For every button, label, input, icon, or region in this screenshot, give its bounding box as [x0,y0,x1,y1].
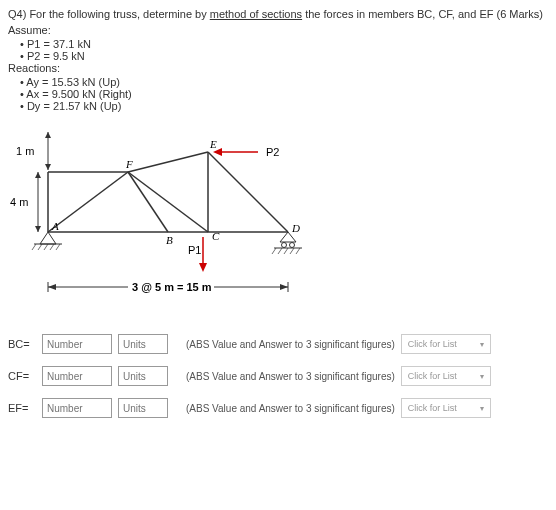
question-method: method of sections [210,8,302,20]
question-suffix: the forces in members BC, CF, and EF (6 … [302,8,543,20]
dim-1m: 1 m [16,145,34,157]
reaction-dy: Dy = 21.57 kN (Up) [20,100,548,112]
svg-line-23 [44,244,48,250]
assume-label: Assume: [8,24,548,36]
assumption-p2: P2 = 9.5 kN [20,50,548,62]
reactions-list: Ay = 15.53 kN (Up) Ax = 9.500 kN (Right)… [8,76,548,112]
svg-line-21 [32,244,36,250]
svg-marker-5 [35,226,41,232]
svg-marker-18 [199,263,207,272]
p2-label: P2 [266,146,279,158]
answer-row-ef: EF= (ABS Value and Answer to 3 significa… [8,398,548,418]
svg-marker-2 [45,164,51,170]
question-text: Q4) For the following truss, determine b… [8,8,548,20]
svg-line-32 [284,248,288,254]
cf-units-input[interactable] [118,366,168,386]
p1-label: P1 [188,244,201,256]
node-e: E [209,138,217,150]
cf-dropdown[interactable]: Click for List ▾ [401,366,491,386]
bc-number-input[interactable] [42,334,112,354]
ef-units-input[interactable] [118,398,168,418]
svg-line-34 [296,248,300,254]
node-d: D [291,222,300,234]
node-b: B [166,234,173,246]
svg-line-8 [128,152,208,172]
assumption-p1: P1 = 37.1 kN [20,38,548,50]
caret-icon: ▾ [480,340,484,349]
node-f: F [125,158,133,170]
svg-marker-38 [48,284,56,290]
bc-hint: (ABS Value and Answer to 3 significant f… [186,339,395,350]
svg-line-22 [38,244,42,250]
ef-number-input[interactable] [42,398,112,418]
svg-point-28 [290,243,295,248]
bc-units-input[interactable] [118,334,168,354]
cf-label: CF= [8,370,36,382]
reaction-ax: Ax = 9.500 kN (Right) [20,88,548,100]
svg-line-13 [128,172,208,232]
svg-line-30 [272,248,276,254]
reactions-label: Reactions: [8,62,548,74]
svg-marker-39 [280,284,288,290]
ef-dropdown[interactable]: Click for List ▾ [401,398,491,418]
answer-row-bc: BC= (ABS Value and Answer to 3 significa… [8,334,548,354]
dropdown-text: Click for List [408,339,457,349]
dropdown-text: Click for List [408,403,457,413]
svg-line-31 [278,248,282,254]
cf-hint: (ABS Value and Answer to 3 significant f… [186,371,395,382]
ef-hint: (ABS Value and Answer to 3 significant f… [186,403,395,414]
answer-row-cf: CF= (ABS Value and Answer to 3 significa… [8,366,548,386]
bc-label: BC= [8,338,36,350]
dim-span: 3 @ 5 m = 15 m [132,281,212,293]
cf-number-input[interactable] [42,366,112,386]
truss-diagram: 1 m 4 m A B C D E F [8,122,548,314]
caret-icon: ▾ [480,404,484,413]
ef-label: EF= [8,402,36,414]
svg-line-25 [56,244,60,250]
svg-marker-4 [35,172,41,178]
svg-line-9 [208,152,288,232]
svg-point-27 [282,243,287,248]
svg-marker-1 [45,132,51,138]
svg-line-33 [290,248,294,254]
caret-icon: ▾ [480,372,484,381]
svg-marker-19 [40,232,56,244]
dropdown-text: Click for List [408,371,457,381]
svg-line-24 [50,244,54,250]
reaction-ay: Ay = 15.53 kN (Up) [20,76,548,88]
node-c: C [212,230,220,242]
svg-line-11 [48,172,128,232]
svg-line-12 [128,172,168,232]
bc-dropdown[interactable]: Click for List ▾ [401,334,491,354]
assumptions-list: P1 = 37.1 kN P2 = 9.5 kN [8,38,548,62]
node-a: A [51,220,59,232]
question-prefix: Q4) For the following truss, determine b… [8,8,210,20]
dim-4m: 4 m [10,196,28,208]
